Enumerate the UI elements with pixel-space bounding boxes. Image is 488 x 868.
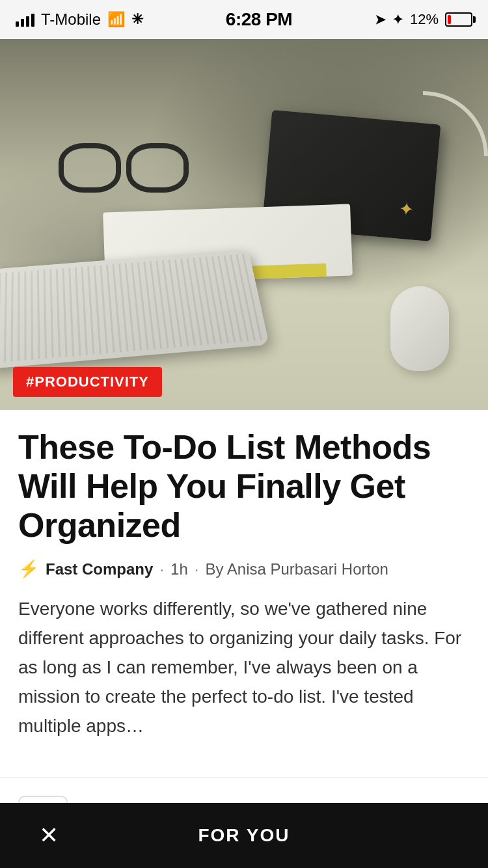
article-title[interactable]: These To-Do List Methods Will Help You F…	[18, 428, 470, 545]
signal-bar-3	[26, 16, 29, 27]
status-left: T-Mobile 📶 ✳	[16, 10, 143, 29]
category-tag[interactable]: #PRODUCTIVITY	[13, 367, 162, 397]
battery-indicator	[445, 12, 472, 27]
meta-separator-1: ·	[159, 560, 164, 578]
location-icon: ➤	[375, 12, 386, 27]
hero-image[interactable]: #PRODUCTIVITY	[0, 39, 488, 410]
mouse-item	[390, 286, 449, 371]
signal-bars	[16, 12, 34, 27]
article-meta: ⚡ Fast Company · 1h · By Anisa Purbasari…	[18, 559, 470, 579]
status-right: ➤ ✦ 12%	[375, 11, 472, 28]
glasses-item	[52, 137, 195, 189]
article-byline: By Anisa Purbasari Horton	[205, 560, 388, 578]
activity-icon: ✳	[131, 11, 143, 28]
signal-bar-2	[21, 19, 24, 27]
status-time: 6:28 PM	[226, 9, 292, 30]
battery-percent: 12%	[410, 11, 439, 28]
close-button[interactable]: ✕	[33, 819, 65, 852]
article-excerpt[interactable]: Everyone works differently, so we've gat…	[18, 595, 470, 740]
bottom-nav-bar: ✕ FOR YOU	[0, 803, 488, 868]
nav-title: FOR YOU	[198, 825, 290, 846]
content-divider	[0, 777, 488, 778]
wifi-icon: 📶	[107, 11, 125, 28]
article-content: These To-Do List Methods Will Help You F…	[0, 410, 488, 777]
status-bar: T-Mobile 📶 ✳ 6:28 PM ➤ ✦ 12%	[0, 0, 488, 39]
bluetooth-icon: ✦	[392, 12, 403, 27]
article-time: 1h	[170, 560, 188, 578]
bolt-icon: ⚡	[18, 559, 39, 579]
signal-bar-4	[31, 14, 34, 27]
carrier-label: T-Mobile	[41, 10, 101, 29]
meta-separator-2: ·	[195, 560, 199, 578]
article-source[interactable]: Fast Company	[46, 560, 153, 578]
signal-bar-1	[16, 21, 19, 27]
